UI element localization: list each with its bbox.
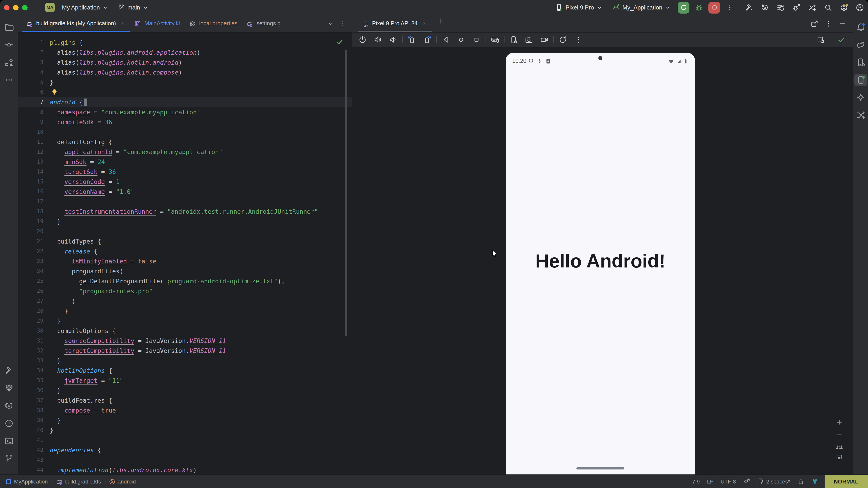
check-green-button[interactable] — [835, 34, 847, 46]
volume-up-button[interactable] — [373, 35, 383, 45]
zoom-out-button[interactable] — [836, 431, 843, 440]
breadcrumb-item[interactable]: MyApplication — [5, 478, 48, 485]
user-button[interactable] — [855, 3, 864, 12]
line-number[interactable]: 43 — [18, 455, 43, 465]
code-line[interactable]: 31 sourceCompatibility = JavaVersion.VER… — [18, 336, 352, 346]
more-run-actions-button[interactable] — [724, 2, 736, 13]
line-number[interactable]: 30 — [18, 326, 43, 336]
line-number[interactable]: 9 — [18, 117, 43, 127]
code-line[interactable]: 3 alias(libs.plugins.kotlin.android) — [18, 57, 352, 67]
code-line[interactable]: 28 } — [18, 306, 352, 316]
device-tab[interactable]: Pixel 9 Pro API 34 — [358, 15, 432, 32]
nav-back-button[interactable] — [441, 35, 451, 45]
line-number[interactable]: 8 — [18, 107, 43, 117]
tool-window-button-commit[interactable] — [2, 38, 15, 51]
profiler-arrows-button[interactable] — [808, 3, 817, 12]
volume-down-button[interactable] — [388, 35, 398, 45]
ideavim-status[interactable] — [811, 478, 818, 485]
kebab-button[interactable] — [573, 35, 583, 45]
rerun-button[interactable] — [678, 2, 689, 13]
line-number[interactable]: 42 — [18, 445, 43, 455]
code-line[interactable]: 20 — [18, 226, 352, 236]
line-number[interactable]: 2 — [18, 47, 43, 57]
line-number[interactable]: 35 — [18, 376, 43, 385]
screen-record-button[interactable] — [539, 35, 549, 45]
code-line[interactable]: 24 proguardFiles( — [18, 266, 352, 276]
code-line[interactable]: 21 buildTypes { — [18, 236, 352, 246]
line-number[interactable]: 28 — [18, 306, 43, 316]
code-line[interactable]: 29 } — [18, 316, 352, 326]
tool-window-button-structure[interactable] — [2, 56, 15, 69]
apply-code-button[interactable] — [776, 3, 785, 12]
line-number[interactable]: 13 — [18, 157, 43, 167]
editor[interactable]: 1plugins {2 alias(libs.plugins.android.a… — [18, 33, 352, 475]
line-number[interactable]: 36 — [18, 385, 43, 395]
line-number[interactable]: 15 — [18, 177, 43, 187]
line-number[interactable]: 10 — [18, 127, 43, 137]
code-line[interactable]: 42dependencies { — [18, 445, 352, 455]
tool-window-button-problems[interactable] — [2, 417, 15, 430]
device-selector[interactable]: Pixel 9 Pro — [553, 2, 605, 13]
code-line[interactable]: 14 targetSdk = 36 — [18, 167, 352, 177]
line-number[interactable]: 18 — [18, 206, 43, 217]
file-encoding[interactable]: UTF-8 — [721, 478, 736, 485]
tool-window-button-notifications[interactable] — [854, 21, 867, 33]
line-number[interactable]: 5 — [18, 77, 43, 87]
code-line[interactable]: 8 namespace = "com.example.myapplication… — [18, 107, 352, 117]
line-number[interactable]: 41 — [18, 435, 43, 445]
code-line[interactable]: 6 — [18, 87, 352, 97]
code-line[interactable]: 32 targetCompatibility = JavaVersion.VER… — [18, 346, 352, 356]
code-line[interactable]: 11 defaultConfig { — [18, 137, 352, 147]
device-settings-button[interactable] — [508, 35, 519, 45]
display-search-button[interactable] — [815, 34, 827, 46]
code-line[interactable]: 35 jvmTarget = "11" — [18, 376, 352, 385]
line-number[interactable]: 40 — [18, 425, 43, 435]
project-selector[interactable]: My Application — [59, 3, 111, 12]
code-line[interactable]: 30 compileOptions { — [18, 326, 352, 336]
line-number[interactable]: 33 — [18, 356, 43, 365]
code-line[interactable]: 38 compose = true — [18, 405, 352, 415]
tool-window-button-project-folder[interactable] — [2, 21, 15, 33]
tool-window-button-version-control[interactable] — [2, 452, 15, 465]
close-icon[interactable] — [421, 20, 427, 27]
tool-window-button-build[interactable] — [2, 364, 15, 377]
nav-overview-button[interactable] — [471, 35, 482, 45]
line-number[interactable]: 29 — [18, 316, 43, 326]
code-line[interactable]: 2 alias(libs.plugins.android.application… — [18, 47, 352, 57]
code-line[interactable]: 15 versionCode = 1 — [18, 177, 352, 187]
snapshot-reset-button[interactable] — [558, 35, 568, 45]
line-number[interactable]: 25 — [18, 276, 43, 286]
minimize-window-button[interactable] — [13, 5, 19, 10]
run-configuration-selector[interactable]: My_Application — [610, 2, 673, 13]
kebab-icon[interactable] — [340, 20, 346, 27]
hide-panel-icon[interactable] — [839, 20, 846, 27]
tool-window-button-gemini[interactable] — [854, 91, 867, 104]
code-line[interactable]: 23 isMinifyEnabled = false — [18, 256, 352, 266]
close-window-button[interactable] — [4, 5, 9, 10]
line-number[interactable]: 7 — [18, 97, 43, 107]
code-line[interactable]: 43 — [18, 455, 352, 465]
zoom-to-fit-button[interactable] — [836, 454, 843, 462]
code-line[interactable]: 34 kotlinOptions { — [18, 365, 352, 376]
code-line[interactable]: 19 } — [18, 217, 352, 226]
line-number[interactable]: 24 — [18, 266, 43, 276]
nav-home-button[interactable] — [456, 35, 466, 45]
line-separator[interactable]: LF — [707, 478, 713, 485]
code-line[interactable]: 1plugins { — [18, 37, 352, 47]
code-line[interactable]: 9 compileSdk = 36 — [18, 117, 352, 127]
line-number[interactable]: 37 — [18, 395, 43, 405]
intention-bulb-icon[interactable] — [51, 88, 58, 96]
file-lock-status[interactable] — [797, 478, 804, 485]
editor-tab-local.properties[interactable]: local.properties — [185, 15, 242, 32]
line-number[interactable]: 1 — [18, 37, 43, 47]
code-line[interactable]: 39 } — [18, 415, 352, 425]
breadcrumb-item[interactable]: android — [109, 478, 136, 485]
tool-window-button-app-quality-insights[interactable] — [854, 109, 867, 122]
chevron-down-icon[interactable] — [327, 20, 334, 27]
rotate-right-button[interactable] — [422, 35, 432, 45]
fullscreen-window-button[interactable] — [22, 5, 28, 10]
popout-icon[interactable] — [811, 20, 818, 27]
code-line[interactable]: 18 testInstrumentationRunner = "androidx… — [18, 206, 352, 217]
code-line[interactable]: 25 getDefaultProguardFile("proguard-andr… — [18, 276, 352, 286]
line-number[interactable]: 32 — [18, 346, 43, 356]
